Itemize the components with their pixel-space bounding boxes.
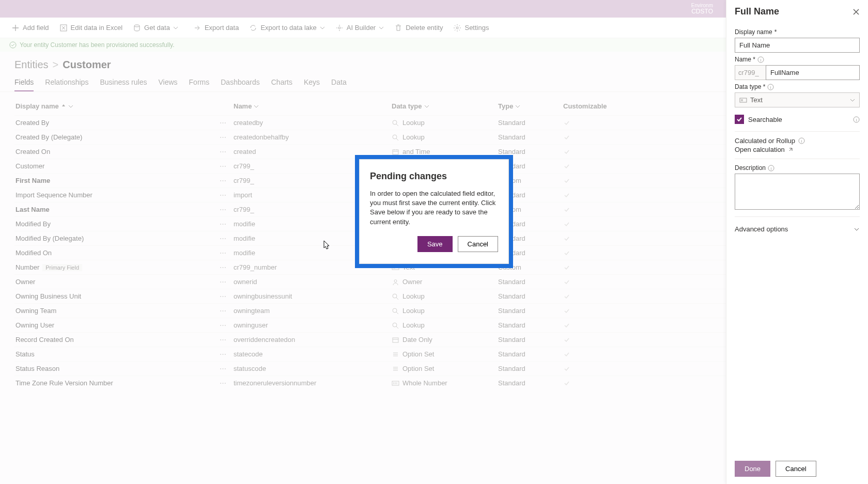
name-label: Name i bbox=[735, 56, 860, 63]
svg-text:i: i bbox=[771, 166, 772, 170]
datatype-select[interactable]: Text bbox=[735, 92, 860, 107]
field-properties-panel: Full Name Display name Name i cr799_ Dat… bbox=[726, 0, 868, 484]
description-textarea[interactable] bbox=[735, 174, 860, 210]
close-icon[interactable] bbox=[853, 8, 860, 15]
cursor-icon bbox=[322, 240, 332, 251]
info-icon: i bbox=[798, 137, 805, 144]
description-label: Description i bbox=[735, 164, 860, 171]
dialog-title: Pending changes bbox=[370, 171, 498, 182]
text-icon bbox=[739, 97, 747, 104]
pending-changes-dialog: Pending changes In order to open the cal… bbox=[359, 159, 509, 264]
display-name-input[interactable] bbox=[735, 38, 860, 53]
info-icon: i bbox=[768, 165, 774, 171]
tutorial-highlight: Pending changes In order to open the cal… bbox=[355, 155, 513, 268]
svg-text:i: i bbox=[761, 57, 762, 62]
display-name-label: Display name bbox=[735, 28, 860, 36]
searchable-checkbox[interactable] bbox=[735, 115, 744, 124]
svg-text:i: i bbox=[856, 117, 857, 122]
open-calculation-link[interactable]: Open calculation bbox=[735, 146, 785, 153]
searchable-label: Searchable bbox=[748, 116, 782, 123]
advanced-options-toggle[interactable]: Advanced options bbox=[735, 222, 860, 236]
panel-done-button[interactable]: Done bbox=[735, 461, 770, 477]
external-link-icon bbox=[788, 147, 794, 152]
svg-text:i: i bbox=[770, 85, 771, 89]
name-input[interactable] bbox=[766, 65, 860, 80]
panel-cancel-button[interactable]: Cancel bbox=[776, 461, 816, 477]
svg-rect-26 bbox=[740, 98, 747, 102]
info-icon: i bbox=[767, 84, 774, 90]
calc-rollup-label: Calculated or Rollup bbox=[735, 137, 795, 145]
panel-title: Full Name bbox=[735, 6, 779, 17]
dialog-body: In order to open the calculated field ed… bbox=[370, 189, 498, 227]
datatype-label: Data type i bbox=[735, 83, 860, 90]
chevron-down-icon bbox=[854, 226, 860, 232]
svg-text:i: i bbox=[801, 139, 802, 144]
chevron-down-icon bbox=[850, 98, 855, 103]
info-icon: i bbox=[757, 56, 764, 63]
dialog-save-button[interactable]: Save bbox=[417, 236, 453, 252]
dialog-cancel-button[interactable]: Cancel bbox=[458, 236, 498, 252]
info-icon: i bbox=[853, 116, 860, 123]
name-prefix: cr799_ bbox=[735, 65, 766, 80]
